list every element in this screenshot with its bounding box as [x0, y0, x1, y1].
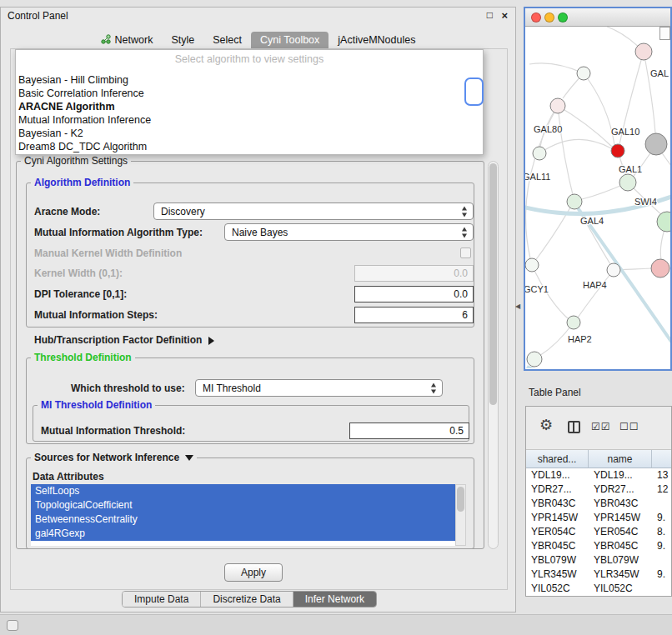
table-row[interactable]: YIL052CYIL052C: [526, 582, 671, 596]
collapsed-panel-icon[interactable]: [7, 620, 18, 631]
manual-kernel-checkbox[interactable]: [460, 248, 471, 258]
mi-steps-label: Mutual Information Steps:: [34, 309, 158, 321]
network-node[interactable]: [527, 352, 542, 367]
algorithm-option[interactable]: Basic Correlation Inference: [16, 87, 483, 100]
column-visibility-icon[interactable]: [568, 421, 580, 433]
table-row[interactable]: YLR345WYLR345W9.: [526, 568, 671, 582]
aracne-mode-select[interactable]: Discovery: [153, 202, 474, 220]
data-attribute-item[interactable]: gal4RGexp: [31, 527, 455, 541]
network-node[interactable]: [567, 316, 580, 329]
close-window-button[interactable]: ×: [501, 9, 508, 22]
tab-label: Select: [213, 34, 242, 46]
network-node[interactable]: [645, 133, 667, 155]
data-attribute-item[interactable]: SelfLoops: [31, 484, 455, 498]
network-edge[interactable]: [644, 52, 655, 133]
table-column-header[interactable]: name: [589, 450, 652, 468]
sources-group-toggle[interactable]: Sources for Network Inference: [31, 452, 197, 463]
select-all-icon[interactable]: ☑☑: [591, 421, 611, 432]
scrollbar-thumb[interactable]: [457, 487, 464, 512]
table-row[interactable]: YER054CYER054C8.: [526, 525, 671, 539]
table-cell: 9.: [652, 511, 671, 525]
network-node[interactable]: [577, 67, 590, 80]
tab-style[interactable]: Style: [162, 32, 203, 48]
algorithm-option[interactable]: Dream8 DC_TDC Algorithm: [16, 140, 483, 153]
network-edge[interactable]: [529, 63, 584, 73]
tab-infer-network[interactable]: Infer Network: [293, 592, 376, 608]
network-node[interactable]: [533, 147, 546, 160]
table-column-header[interactable]: [652, 450, 672, 468]
table-row[interactable]: YPR145WYPR145W9.: [526, 511, 671, 525]
manual-kernel-label: Manual Kernel Width Definition: [34, 248, 182, 259]
network-node[interactable]: [635, 43, 652, 60]
table-cell: YBR045C: [589, 539, 652, 553]
network-edge[interactable]: [527, 367, 613, 368]
network-node[interactable]: [567, 194, 582, 209]
mi-type-select[interactable]: Naive Bayes: [224, 223, 474, 241]
network-node[interactable]: [619, 174, 636, 191]
close-traffic-light[interactable]: [531, 12, 541, 22]
mi-steps-field[interactable]: 6: [354, 307, 474, 323]
table-settings-gear-icon[interactable]: ⚙: [539, 418, 553, 432]
settings-scrollbar[interactable]: [488, 161, 499, 549]
tab-jactivemnodules[interactable]: jActiveMNodules: [328, 32, 424, 48]
combo-arrows-icon: [462, 206, 468, 217]
table-cell: YBR043C: [526, 497, 589, 511]
bottom-tab-bar: Impute Data Discretize Data Infer Networ…: [122, 591, 377, 608]
node-label: GAL4: [580, 216, 604, 226]
algorithm-option[interactable]: ARACNE Algorithm: [16, 100, 483, 113]
group-title: Cyni Algorithm Settings: [21, 155, 131, 167]
network-canvas[interactable]: GALGAL80GAL10GAL11GAL1SWI4GAL4GCY1HAP4HA…: [525, 27, 670, 369]
tab-impute-data[interactable]: Impute Data: [123, 592, 200, 608]
table-toolbar: ⚙ ☑☑ ☐☐: [526, 407, 671, 450]
network-node[interactable]: [651, 259, 669, 278]
hub-section-toggle[interactable]: Hub/Transcription Factor Definition: [34, 334, 214, 346]
combo-arrows-icon: [431, 382, 437, 393]
group-title: MI Threshold Definition: [38, 399, 155, 411]
algorithm-option[interactable]: Mutual Information Inference: [16, 113, 483, 127]
which-threshold-select[interactable]: MI Threshold: [195, 379, 443, 397]
network-node[interactable]: [611, 144, 624, 158]
network-node[interactable]: [550, 98, 565, 113]
float-window-button[interactable]: □: [487, 9, 493, 21]
table-row[interactable]: YBR043CYBR043C: [526, 497, 671, 511]
panel-divider-arrow[interactable]: ◀: [515, 302, 520, 310]
data-attributes-list[interactable]: SelfLoopsTopologicalCoefficientBetweenne…: [31, 484, 466, 546]
network-edge[interactable]: [578, 270, 614, 318]
mi-threshold-field[interactable]: 0.5: [349, 422, 469, 439]
algorithm-option[interactable]: Bayesian - Hill Climbing: [16, 73, 483, 87]
table-body: YDL19...YDL19...13YDR27...YDR27...12YBR0…: [526, 468, 671, 596]
kernel-width-field[interactable]: 0.0: [354, 265, 474, 282]
node-label: HAP2: [568, 334, 592, 344]
scrollbar-thumb[interactable]: [489, 163, 497, 405]
network-window-titlebar[interactable]: [525, 8, 670, 27]
deselect-all-icon[interactable]: ☐☐: [619, 421, 639, 432]
table-row[interactable]: YBL079WYBL079W: [526, 553, 671, 568]
network-edge[interactable]: [584, 73, 614, 145]
network-edge[interactable]: [532, 208, 570, 265]
tab-cyni-toolbox[interactable]: Cyni Toolbox: [251, 32, 328, 48]
table-row[interactable]: YDL19...YDL19...13: [526, 468, 671, 482]
apply-button[interactable]: Apply: [224, 563, 283, 582]
network-node[interactable]: [657, 212, 670, 232]
network-edge[interactable]: [539, 139, 611, 153]
tab-select[interactable]: Select: [203, 32, 251, 48]
data-attribute-item[interactable]: BetweennessCentrality: [31, 512, 455, 527]
table-column-header[interactable]: shared...: [526, 450, 589, 468]
sources-title: Sources for Network Inference: [34, 452, 179, 463]
tab-network[interactable]: Network: [92, 32, 163, 48]
algorithm-option[interactable]: Bayesian - K2: [16, 127, 483, 140]
table-cell: YDL19...: [526, 468, 589, 482]
data-attribute-item[interactable]: TopologicalCoefficient: [31, 498, 455, 512]
table-cell: [652, 582, 671, 596]
tab-discretize-data[interactable]: Discretize Data: [200, 592, 292, 608]
dpi-tolerance-field[interactable]: 0.0: [354, 286, 474, 302]
attributes-scrollbar[interactable]: [455, 484, 466, 546]
network-node[interactable]: [525, 258, 539, 272]
table-row[interactable]: YDR27...YDR27...12: [526, 482, 671, 497]
zoom-traffic-light[interactable]: [558, 12, 568, 22]
network-node[interactable]: [607, 263, 620, 277]
table-cell: YLR345W: [589, 568, 652, 582]
table-cell: 12: [652, 482, 671, 497]
minimize-traffic-light[interactable]: [544, 12, 554, 22]
table-row[interactable]: YBR045CYBR045C9.: [526, 539, 671, 553]
